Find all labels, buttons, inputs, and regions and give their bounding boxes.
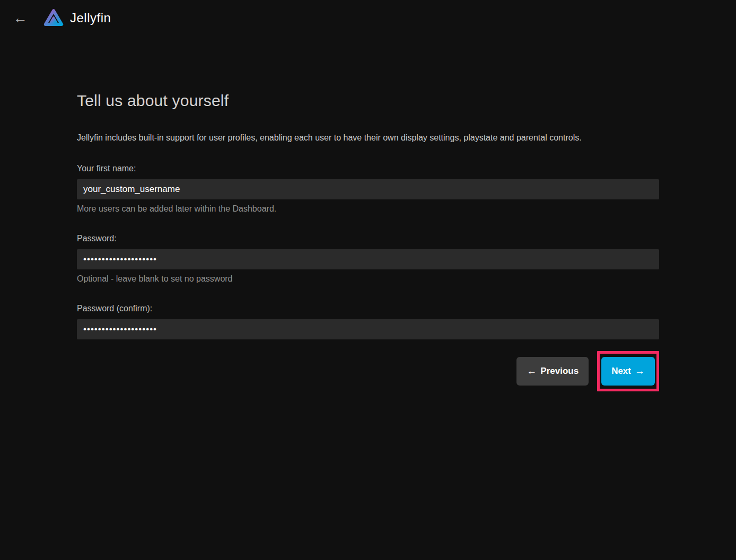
top-header: ← Jellyfin	[0, 0, 736, 36]
wizard-navigation: ← Previous Next →	[77, 351, 659, 391]
next-button-highlight-annotation: Next →	[597, 351, 659, 391]
username-helper-text: More users can be added later within the…	[77, 204, 659, 214]
setup-wizard-page: Tell us about yourself Jellyfin includes…	[0, 91, 736, 391]
next-button-label: Next	[611, 366, 631, 377]
username-field-group: Your first name: More users can be added…	[77, 163, 659, 214]
username-label: Your first name:	[77, 163, 659, 174]
password-input[interactable]	[77, 249, 659, 269]
password-field-group: Password: Optional - leave blank to set …	[77, 233, 659, 284]
password-label: Password:	[77, 233, 659, 244]
password-confirm-field-group: Password (confirm):	[77, 303, 659, 339]
page-title: Tell us about yourself	[77, 91, 659, 110]
password-confirm-input[interactable]	[77, 319, 659, 339]
password-confirm-label: Password (confirm):	[77, 303, 659, 314]
arrow-back-icon: ←	[13, 10, 28, 27]
next-button[interactable]: Next →	[601, 357, 655, 386]
arrow-left-icon: ←	[527, 365, 537, 377]
jellyfin-logo-icon	[41, 6, 66, 30]
password-helper-text: Optional - leave blank to set no passwor…	[77, 274, 659, 284]
page-description: Jellyfin includes built-in support for u…	[77, 132, 659, 144]
username-input[interactable]	[77, 179, 659, 199]
app-title: Jellyfin	[70, 11, 111, 25]
arrow-right-icon: →	[635, 365, 645, 377]
previous-button[interactable]: ← Previous	[516, 357, 589, 386]
back-button[interactable]: ←	[10, 7, 31, 29]
jellyfin-logo: Jellyfin	[41, 6, 111, 30]
previous-button-label: Previous	[540, 366, 579, 377]
